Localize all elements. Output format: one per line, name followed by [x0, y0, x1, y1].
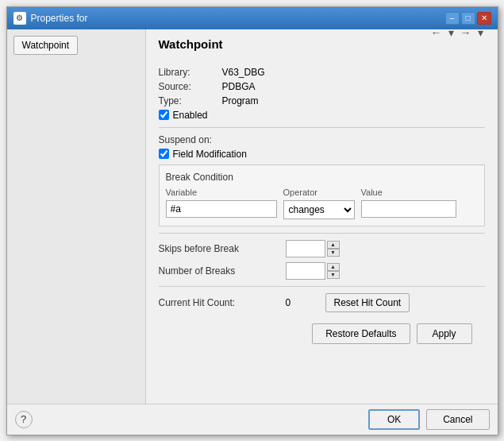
properties-dialog: ⚙ Properties for – □ ✕ Watchpoint Watchp…: [6, 6, 498, 435]
skips-row: Skips before Break 0 ▲ ▼: [159, 240, 485, 257]
enabled-checkbox[interactable]: [159, 110, 169, 120]
skips-input[interactable]: 0: [286, 240, 325, 257]
bottom-actions: OK Cancel: [368, 409, 489, 430]
section-title: Watchpoint: [159, 37, 223, 51]
nav-forward-button[interactable]: →: [459, 29, 473, 41]
num-breaks-label: Number of Breaks: [159, 265, 286, 277]
source-label: Source:: [159, 81, 222, 92]
nav-back-button[interactable]: ←: [429, 29, 444, 41]
dialog-body: Watchpoint Watchpoint ← ▾ → ▾ Library: V…: [7, 29, 498, 404]
skips-spin-buttons: ▲ ▼: [327, 241, 340, 257]
operator-col: Operator changes equals not equals great…: [283, 188, 355, 219]
nav-dropdown-button[interactable]: ▾: [476, 29, 485, 41]
apply-button[interactable]: Apply: [417, 323, 472, 344]
footer-buttons: Restore Defaults Apply: [159, 317, 485, 350]
dialog-title: Properties for: [31, 13, 88, 24]
value-col: Value: [361, 188, 456, 218]
maximize-button[interactable]: □: [461, 12, 475, 25]
hit-count-row: Current Hit Count: 0 Reset Hit Count: [159, 293, 485, 312]
field-modification-row: Field Modification: [159, 149, 485, 160]
sidebar: Watchpoint: [7, 29, 146, 404]
value-col-label: Value: [361, 188, 456, 197]
variable-col-label: Variable: [166, 188, 277, 197]
help-button[interactable]: ?: [15, 411, 33, 428]
break-condition-group: Break Condition Variable Operator change…: [159, 164, 485, 226]
separator-3: [159, 286, 485, 287]
field-modification-checkbox[interactable]: [159, 149, 169, 159]
library-value: V63_DBG: [222, 67, 265, 78]
source-value: PDBGA: [222, 81, 256, 92]
type-value: Program: [222, 95, 259, 106]
num-breaks-row: Number of Breaks 0 ▲ ▼: [159, 262, 485, 280]
content-header: Watchpoint ← ▾ → ▾: [159, 37, 485, 59]
skips-label: Skips before Break: [159, 243, 286, 254]
reset-hit-count-button[interactable]: Reset Hit Count: [325, 293, 410, 312]
variable-input[interactable]: [166, 200, 277, 218]
type-row: Type: Program: [159, 95, 485, 106]
num-breaks-spin-buttons: ▲ ▼: [327, 263, 340, 279]
bottom-bar: ? OK Cancel: [7, 404, 498, 435]
variable-col: Variable: [166, 188, 277, 218]
library-row: Library: V63_DBG: [159, 67, 485, 78]
separator-1: [159, 127, 485, 128]
separator-2: [159, 233, 485, 234]
main-content: Watchpoint ← ▾ → ▾ Library: V63_DBG Sour…: [146, 29, 498, 404]
break-condition-header: Break Condition: [166, 172, 478, 183]
num-breaks-down-button[interactable]: ▼: [327, 271, 340, 279]
nav-separator: ▾: [447, 29, 456, 41]
num-breaks-input[interactable]: 0: [286, 262, 325, 280]
skips-up-button[interactable]: ▲: [327, 241, 340, 249]
hit-count-label: Current Hit Count:: [159, 297, 286, 308]
window-controls: – □ ✕: [445, 12, 491, 25]
hit-count-value: 0: [286, 297, 325, 308]
cancel-button[interactable]: Cancel: [426, 409, 489, 430]
library-label: Library:: [159, 67, 222, 78]
operator-col-label: Operator: [283, 188, 355, 197]
title-bar: ⚙ Properties for – □ ✕: [7, 7, 498, 29]
title-bar-left: ⚙ Properties for: [13, 12, 88, 25]
enabled-row: Enabled: [159, 110, 485, 121]
num-breaks-up-button[interactable]: ▲: [327, 263, 340, 271]
dialog-icon: ⚙: [13, 12, 26, 25]
type-label: Type:: [159, 95, 222, 106]
suspend-on-label: Suspend on:: [159, 134, 485, 145]
enabled-label: Enabled: [173, 110, 208, 121]
field-modification-label: Field Modification: [173, 149, 247, 160]
skips-input-group: 0 ▲ ▼: [286, 240, 340, 257]
restore-defaults-button[interactable]: Restore Defaults: [312, 323, 410, 344]
navigation-bar: ← ▾ → ▾: [429, 29, 485, 41]
minimize-button[interactable]: –: [445, 12, 460, 25]
source-row: Source: PDBGA: [159, 81, 485, 92]
operator-select[interactable]: changes equals not equals greater than l…: [283, 200, 355, 219]
value-input[interactable]: [361, 200, 456, 218]
sidebar-item-watchpoint[interactable]: Watchpoint: [13, 36, 79, 55]
ok-button[interactable]: OK: [368, 409, 420, 430]
break-condition-cols: Variable Operator changes equals not equ…: [166, 188, 478, 219]
num-breaks-input-group: 0 ▲ ▼: [286, 262, 340, 280]
close-button[interactable]: ✕: [477, 12, 491, 25]
skips-down-button[interactable]: ▼: [327, 249, 340, 257]
